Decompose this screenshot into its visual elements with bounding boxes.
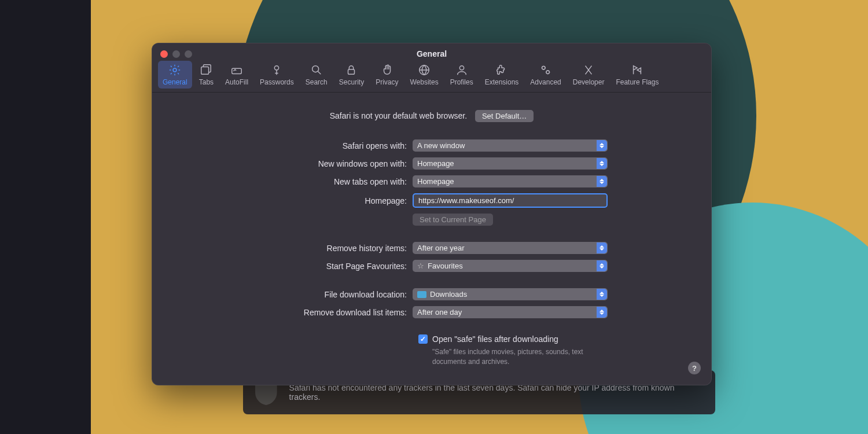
tab-developer[interactable]: Developer <box>568 61 609 89</box>
svg-rect-5 <box>348 69 355 74</box>
label-new-windows: New windows open with: <box>175 159 413 168</box>
tab-general[interactable]: General <box>158 61 192 89</box>
star-icon: ☆ <box>417 262 424 270</box>
tab-passwords[interactable]: Passwords <box>255 61 299 89</box>
svg-rect-1 <box>201 67 209 75</box>
tab-advanced[interactable]: Advanced <box>525 61 565 89</box>
app-sidebar <box>0 0 91 434</box>
tab-autofill[interactable]: AutoFill <box>220 61 253 89</box>
select-remove-history[interactable]: After one year <box>413 242 608 254</box>
tab-privacy[interactable]: Privacy <box>371 61 403 89</box>
tab-extensions[interactable]: Extensions <box>480 61 524 89</box>
tools-icon <box>582 63 595 77</box>
input-homepage[interactable] <box>413 193 608 208</box>
label-new-tabs: New tabs open with: <box>175 177 413 186</box>
tab-websites[interactable]: Websites <box>406 61 443 89</box>
label-remove-history: Remove history items: <box>175 244 413 253</box>
label-download-location: File download location: <box>175 290 413 299</box>
gear-icon <box>168 63 182 77</box>
select-remove-downloads[interactable]: After one day <box>413 306 608 318</box>
select-new-tabs[interactable]: Homepage <box>413 175 608 187</box>
key-icon <box>270 63 284 77</box>
svg-point-3 <box>275 66 279 70</box>
window-title: General <box>152 49 711 58</box>
puzzle-icon <box>495 63 509 77</box>
gears-icon <box>539 63 553 77</box>
select-opens-with[interactable]: A new window <box>413 139 608 152</box>
default-browser-message: Safari is not your default web browser. <box>330 111 467 120</box>
set-current-page-button[interactable]: Set to Current Page <box>413 214 493 226</box>
svg-rect-2 <box>232 68 242 73</box>
safe-files-help: "Safe" files include movies, pictures, s… <box>432 347 606 367</box>
set-default-button[interactable]: Set Default… <box>475 110 534 122</box>
label-favourites: Start Page Favourites: <box>175 262 413 271</box>
tab-security[interactable]: Security <box>334 61 369 89</box>
tab-tabs[interactable]: Tabs <box>194 61 218 89</box>
globe-icon <box>417 63 431 77</box>
flags-icon <box>630 63 644 77</box>
preferences-toolbar: General Tabs AutoFill Passwords Search S… <box>152 61 711 93</box>
svg-point-7 <box>459 66 464 70</box>
tracker-text: Safari has not encountered any trackers … <box>289 383 704 402</box>
hand-icon <box>380 63 394 77</box>
svg-point-8 <box>542 67 546 70</box>
folder-icon <box>417 291 426 298</box>
person-icon <box>455 63 469 77</box>
select-favourites[interactable]: ☆Favourites <box>413 260 608 272</box>
lock-icon <box>344 63 358 77</box>
titlebar: General <box>152 43 711 61</box>
select-new-windows[interactable]: Homepage <box>413 157 608 170</box>
svg-point-4 <box>312 66 318 72</box>
label-remove-downloads: Remove download list items: <box>175 308 413 317</box>
search-icon <box>310 63 323 77</box>
svg-point-9 <box>546 71 550 74</box>
label-homepage: Homepage: <box>175 196 413 205</box>
svg-point-0 <box>173 68 176 72</box>
preferences-window: General General Tabs AutoFill Passwords … <box>152 43 712 385</box>
tab-feature-flags[interactable]: Feature Flags <box>611 61 663 89</box>
help-button[interactable]: ? <box>688 362 701 374</box>
label-opens-with: Safari opens with: <box>175 141 413 150</box>
checkbox-open-safe[interactable] <box>418 334 428 344</box>
pen-icon <box>230 63 244 77</box>
label-open-safe: Open "safe" files after downloading <box>432 334 558 344</box>
tab-search[interactable]: Search <box>301 61 332 89</box>
tab-profiles[interactable]: Profiles <box>446 61 478 89</box>
select-download-location[interactable]: Downloads <box>413 288 608 300</box>
tabs-icon <box>199 63 213 77</box>
general-pane: Safari is not your default web browser. … <box>152 93 711 384</box>
